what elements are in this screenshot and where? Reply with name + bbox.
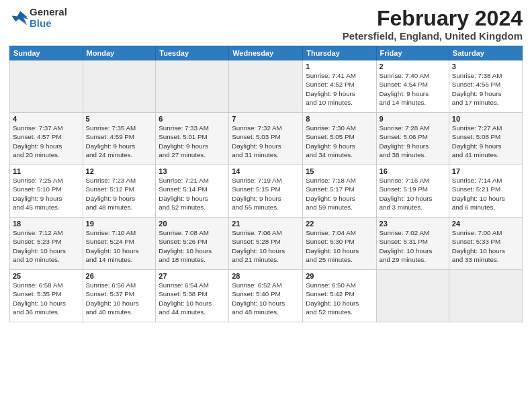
day-number: 13	[159, 167, 226, 175]
calendar-cell: 17Sunrise: 7:14 AM Sunset: 5:21 PM Dayli…	[449, 165, 522, 218]
col-monday: Monday	[83, 46, 156, 60]
col-sunday: Sunday	[10, 46, 83, 60]
day-info: Sunrise: 7:32 AM Sunset: 5:03 PM Dayligh…	[232, 124, 300, 159]
calendar-cell: 24Sunrise: 7:00 AM Sunset: 5:33 PM Dayli…	[449, 218, 522, 270]
day-number: 15	[306, 167, 373, 175]
logo-blue: Blue	[30, 18, 67, 30]
logo-general: General	[30, 7, 67, 18]
day-number: 1	[306, 62, 373, 71]
calendar-cell: 1Sunrise: 7:41 AM Sunset: 4:52 PM Daylig…	[303, 60, 376, 113]
col-tuesday: Tuesday	[156, 46, 229, 60]
calendar-week-0: 1Sunrise: 7:41 AM Sunset: 4:52 PM Daylig…	[10, 60, 523, 113]
calendar-cell: 19Sunrise: 7:10 AM Sunset: 5:24 PM Dayli…	[83, 218, 156, 270]
day-info: Sunrise: 7:06 AM Sunset: 5:28 PM Dayligh…	[232, 228, 300, 264]
calendar-cell	[83, 60, 156, 113]
day-number: 26	[86, 272, 153, 280]
calendar-week-2: 11Sunrise: 7:25 AM Sunset: 5:10 PM Dayli…	[10, 165, 523, 218]
day-number: 22	[306, 220, 373, 228]
day-info: Sunrise: 7:40 AM Sunset: 4:54 PM Dayligh…	[380, 71, 446, 107]
day-number: 12	[86, 167, 153, 175]
day-info: Sunrise: 7:04 AM Sunset: 5:30 PM Dayligh…	[306, 228, 373, 264]
calendar-cell: 7Sunrise: 7:32 AM Sunset: 5:03 PM Daylig…	[229, 113, 303, 165]
day-number: 10	[452, 115, 519, 123]
day-number: 21	[232, 220, 300, 228]
day-number: 11	[13, 167, 80, 175]
day-info: Sunrise: 7:00 AM Sunset: 5:33 PM Dayligh…	[452, 228, 519, 264]
day-number: 28	[232, 272, 300, 280]
calendar-cell: 27Sunrise: 6:54 AM Sunset: 5:38 PM Dayli…	[156, 270, 229, 322]
calendar-cell: 9Sunrise: 7:28 AM Sunset: 5:06 PM Daylig…	[376, 113, 449, 165]
day-info: Sunrise: 7:12 AM Sunset: 5:23 PM Dayligh…	[13, 228, 80, 264]
calendar-table: Sunday Monday Tuesday Wednesday Thursday…	[9, 46, 523, 322]
day-info: Sunrise: 7:16 AM Sunset: 5:19 PM Dayligh…	[380, 176, 446, 212]
calendar-cell: 26Sunrise: 6:56 AM Sunset: 5:37 PM Dayli…	[83, 270, 156, 322]
day-info: Sunrise: 7:08 AM Sunset: 5:26 PM Dayligh…	[159, 228, 226, 264]
calendar-cell	[229, 60, 303, 113]
calendar-cell: 3Sunrise: 7:38 AM Sunset: 4:56 PM Daylig…	[449, 60, 522, 113]
logo: General Blue	[9, 7, 67, 29]
logo-text: General Blue	[30, 7, 67, 29]
calendar-week-3: 18Sunrise: 7:12 AM Sunset: 5:23 PM Dayli…	[10, 218, 523, 270]
day-number: 3	[452, 62, 519, 71]
day-number: 4	[13, 115, 80, 123]
day-number: 20	[159, 220, 226, 228]
calendar-cell: 25Sunrise: 6:58 AM Sunset: 5:35 PM Dayli…	[10, 270, 83, 322]
calendar-cell: 20Sunrise: 7:08 AM Sunset: 5:26 PM Dayli…	[156, 218, 229, 270]
day-info: Sunrise: 7:37 AM Sunset: 4:57 PM Dayligh…	[13, 124, 80, 159]
calendar-cell	[156, 60, 229, 113]
day-number: 14	[232, 167, 300, 175]
day-info: Sunrise: 6:56 AM Sunset: 5:37 PM Dayligh…	[86, 281, 153, 316]
calendar-cell: 11Sunrise: 7:25 AM Sunset: 5:10 PM Dayli…	[10, 165, 83, 218]
day-info: Sunrise: 7:14 AM Sunset: 5:21 PM Dayligh…	[452, 176, 519, 212]
col-wednesday: Wednesday	[229, 46, 303, 60]
day-info: Sunrise: 6:50 AM Sunset: 5:42 PM Dayligh…	[306, 281, 373, 316]
day-info: Sunrise: 7:18 AM Sunset: 5:17 PM Dayligh…	[306, 176, 373, 212]
day-number: 9	[380, 115, 446, 123]
day-number: 5	[86, 115, 153, 123]
day-info: Sunrise: 7:25 AM Sunset: 5:10 PM Dayligh…	[13, 176, 80, 212]
calendar-cell	[10, 60, 83, 113]
day-number: 27	[159, 272, 226, 280]
day-info: Sunrise: 7:33 AM Sunset: 5:01 PM Dayligh…	[159, 124, 226, 159]
day-info: Sunrise: 7:38 AM Sunset: 4:56 PM Dayligh…	[452, 71, 519, 107]
calendar-cell: 28Sunrise: 6:52 AM Sunset: 5:40 PM Dayli…	[229, 270, 303, 322]
day-info: Sunrise: 7:10 AM Sunset: 5:24 PM Dayligh…	[86, 228, 153, 264]
day-number: 8	[306, 115, 373, 123]
header-row: Sunday Monday Tuesday Wednesday Thursday…	[10, 46, 523, 60]
day-number: 17	[452, 167, 519, 175]
calendar-cell	[376, 270, 449, 322]
day-info: Sunrise: 6:54 AM Sunset: 5:38 PM Dayligh…	[159, 281, 226, 316]
day-number: 19	[86, 220, 153, 228]
day-info: Sunrise: 7:30 AM Sunset: 5:05 PM Dayligh…	[306, 124, 373, 159]
calendar-cell: 8Sunrise: 7:30 AM Sunset: 5:05 PM Daylig…	[303, 113, 376, 165]
calendar-cell: 14Sunrise: 7:19 AM Sunset: 5:15 PM Dayli…	[229, 165, 303, 218]
calendar-cell: 13Sunrise: 7:21 AM Sunset: 5:14 PM Dayli…	[156, 165, 229, 218]
calendar-cell: 15Sunrise: 7:18 AM Sunset: 5:17 PM Dayli…	[303, 165, 376, 218]
day-info: Sunrise: 7:21 AM Sunset: 5:14 PM Dayligh…	[159, 176, 226, 212]
calendar-cell: 5Sunrise: 7:35 AM Sunset: 4:59 PM Daylig…	[83, 113, 156, 165]
day-info: Sunrise: 6:58 AM Sunset: 5:35 PM Dayligh…	[13, 281, 80, 316]
calendar-body: 1Sunrise: 7:41 AM Sunset: 4:52 PM Daylig…	[10, 60, 523, 322]
day-info: Sunrise: 7:23 AM Sunset: 5:12 PM Dayligh…	[86, 176, 153, 212]
day-number: 16	[380, 167, 446, 175]
calendar-cell: 23Sunrise: 7:02 AM Sunset: 5:31 PM Dayli…	[376, 218, 449, 270]
calendar-cell: 22Sunrise: 7:04 AM Sunset: 5:30 PM Dayli…	[303, 218, 376, 270]
day-info: Sunrise: 7:28 AM Sunset: 5:06 PM Dayligh…	[380, 124, 446, 159]
calendar-week-1: 4Sunrise: 7:37 AM Sunset: 4:57 PM Daylig…	[10, 113, 523, 165]
day-info: Sunrise: 7:19 AM Sunset: 5:15 PM Dayligh…	[232, 176, 300, 212]
day-info: Sunrise: 6:52 AM Sunset: 5:40 PM Dayligh…	[232, 281, 300, 316]
header: General Blue February 2024 Petersfield, …	[9, 7, 523, 42]
calendar-cell	[449, 270, 522, 322]
day-number: 23	[380, 220, 446, 228]
calendar-cell: 18Sunrise: 7:12 AM Sunset: 5:23 PM Dayli…	[10, 218, 83, 270]
logo-bird-icon	[11, 9, 30, 28]
day-info: Sunrise: 7:41 AM Sunset: 4:52 PM Dayligh…	[306, 71, 373, 107]
day-info: Sunrise: 7:27 AM Sunset: 5:08 PM Dayligh…	[452, 124, 519, 159]
calendar-week-4: 25Sunrise: 6:58 AM Sunset: 5:35 PM Dayli…	[10, 270, 523, 322]
day-number: 29	[306, 272, 373, 280]
calendar-header: Sunday Monday Tuesday Wednesday Thursday…	[10, 46, 523, 60]
page-container: General Blue February 2024 Petersfield, …	[0, 0, 532, 326]
day-number: 25	[13, 272, 80, 280]
day-number: 7	[232, 115, 300, 123]
col-friday: Friday	[376, 46, 449, 60]
